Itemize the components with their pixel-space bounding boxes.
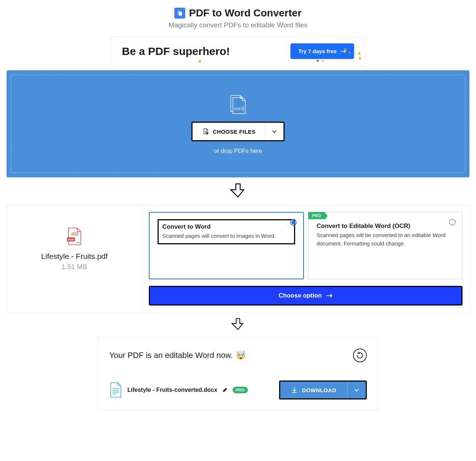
arrow-right-icon bbox=[326, 293, 333, 298]
result-message: Your PDF is an editable Word now. 🤯 bbox=[109, 351, 246, 360]
download-icon bbox=[291, 387, 298, 393]
edit-icon[interactable] bbox=[222, 387, 227, 393]
choose-option-button[interactable]: Choose option bbox=[150, 287, 461, 304]
chevron-down-icon bbox=[354, 387, 359, 393]
choose-files-label: CHOOSE FILES bbox=[213, 129, 256, 135]
result-filename: Lifestyle - Fruits-converted.docx bbox=[127, 387, 217, 393]
sparkle-icon: ✖ bbox=[344, 48, 347, 52]
download-dropdown[interactable] bbox=[347, 382, 366, 398]
svg-rect-1 bbox=[179, 12, 182, 16]
pdf-file-icon: PDF bbox=[67, 227, 82, 245]
carousel-dot[interactable] bbox=[317, 60, 319, 62]
flow-arrow-icon bbox=[0, 317, 476, 333]
options-row: PDF Lifestyle - Fruits.pdf 1.51 MB Conve… bbox=[7, 205, 469, 312]
page-header: PDF to Word Converter Magically convert … bbox=[0, 7, 476, 29]
choose-files-button[interactable]: CHOOSE FILES bbox=[193, 123, 265, 140]
choose-files-dropdown[interactable] bbox=[265, 123, 283, 140]
file-size: 1.51 MB bbox=[14, 263, 135, 271]
flow-arrow-icon bbox=[0, 182, 476, 201]
option-title: Convert to Word bbox=[162, 223, 290, 230]
file-card: PDF Lifestyle - Fruits.pdf 1.51 MB bbox=[7, 205, 142, 312]
radio-checked-icon bbox=[290, 219, 297, 226]
promo-banner: ✖ ✖ ✦ ✖ ✖ Be a PDF superhero! Try 7 days… bbox=[111, 36, 365, 66]
option-convert-ocr[interactable]: PRO Convert to Editable Word (OCR) Scann… bbox=[308, 212, 463, 279]
chevron-down-icon bbox=[272, 129, 277, 134]
carousel-dots bbox=[317, 60, 324, 62]
trial-button-label: Try 7 days free bbox=[298, 48, 337, 54]
promo-headline: Be a PDF superhero! bbox=[122, 45, 230, 58]
svg-text:PDF: PDF bbox=[234, 107, 241, 111]
result-card: Your PDF is an editable Word now. 🤯 Life… bbox=[98, 337, 378, 410]
result-file: Lifestyle - Fruits-converted.docx PRO bbox=[109, 382, 248, 398]
converter-icon bbox=[174, 8, 185, 19]
drop-hint: or drop PDFs here bbox=[19, 148, 457, 154]
pdf-stack-icon: PDF bbox=[227, 93, 249, 115]
pro-badge: PRO bbox=[308, 212, 325, 219]
option-desc: Scanned pages will convert to images in … bbox=[162, 232, 290, 240]
doc-file-icon bbox=[109, 382, 122, 398]
download-label: DOWNLOAD bbox=[302, 387, 336, 393]
file-name: Lifestyle - Fruits.pdf bbox=[14, 252, 135, 261]
sparkle-icon: ✖ bbox=[358, 51, 361, 55]
choose-option-label: Choose option bbox=[279, 292, 322, 299]
choose-files-group: CHOOSE FILES bbox=[191, 122, 285, 141]
page-title: PDF to Word Converter bbox=[189, 7, 301, 19]
page-subtitle: Magically convert PDFs to editable Word … bbox=[0, 21, 476, 29]
sparkle-icon: ✖ bbox=[198, 59, 201, 63]
dropzone[interactable]: PDF CHOOSE FILES or drop PDFs here bbox=[7, 70, 469, 177]
restart-icon bbox=[356, 351, 364, 359]
option-desc: Scanned pages will be converted to an ed… bbox=[317, 231, 454, 248]
carousel-dot[interactable] bbox=[322, 60, 324, 62]
download-group: DOWNLOAD bbox=[279, 381, 367, 399]
radio-unchecked-icon bbox=[449, 219, 456, 225]
file-add-icon bbox=[202, 128, 209, 135]
pro-pill: PRO bbox=[233, 387, 247, 393]
sparkle-icon: ✦ bbox=[348, 51, 351, 55]
restart-button[interactable] bbox=[353, 348, 367, 362]
svg-text:PDF: PDF bbox=[68, 238, 74, 241]
option-title: Convert to Editable Word (OCR) bbox=[317, 222, 454, 230]
sparkle-icon: ✖ bbox=[358, 56, 361, 60]
download-button[interactable]: DOWNLOAD bbox=[280, 382, 347, 398]
options-panel: Convert to Word Scanned pages will conve… bbox=[142, 205, 469, 312]
mind-blown-emoji: 🤯 bbox=[236, 351, 246, 360]
option-convert-basic[interactable]: Convert to Word Scanned pages will conve… bbox=[149, 212, 304, 279]
